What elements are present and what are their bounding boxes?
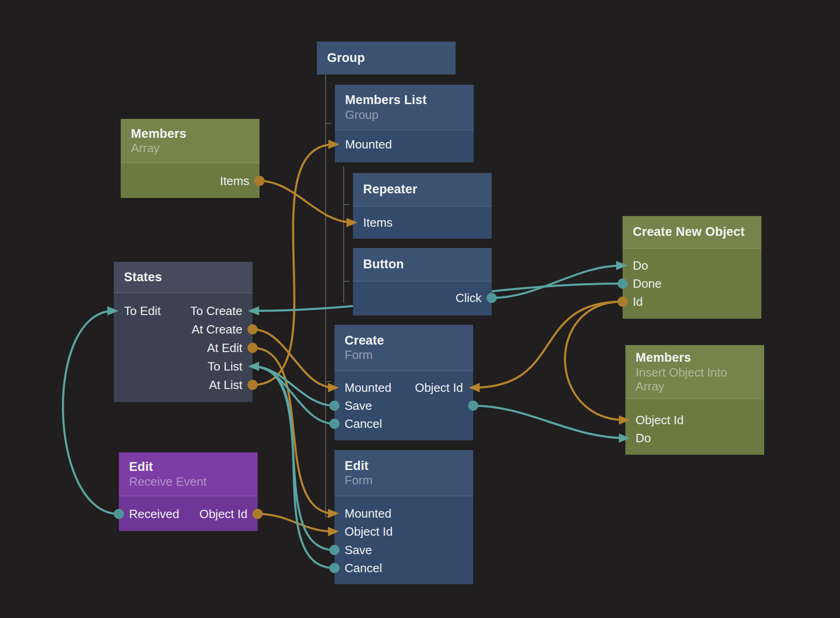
node-header: States [114,262,253,293]
port-mounted[interactable]: Mounted [334,504,473,523]
wire-teal[interactable] [473,406,625,438]
port-label: Click [353,289,492,307]
port-items[interactable]: Items [353,213,492,232]
node-header: Edit Receive Event [119,452,258,496]
node-header: Members Array [121,119,259,163]
port-label: Object Id [119,505,258,523]
node-title: Members [636,350,754,365]
node-states[interactable]: States To Edit To Create At Create At Ed… [114,262,253,402]
wire-orange[interactable] [259,181,353,222]
port-click[interactable]: Click [353,289,492,307]
node-title: Button [363,257,482,272]
port-label: Do [623,256,761,275]
node-members-list[interactable]: Members List Group Mounted [335,85,474,162]
node-header: Create Form [334,325,473,371]
node-repeater[interactable]: Repeater Items [353,173,492,239]
node-subtitle: Insert Object Into Array [636,365,747,393]
port-label: Done [623,274,761,293]
port-cancel[interactable]: Cancel [334,414,473,433]
node-graph-canvas[interactable]: Group Members List Group Mounted Members… [0,0,840,618]
port-label: Object Id [625,411,764,429]
port-at-list[interactable]: At List [114,376,253,394]
node-header: Group [317,42,456,74]
node-group[interactable]: Group [317,42,456,74]
node-header: Repeater [353,173,492,207]
wire-orange[interactable] [565,302,625,420]
node-subtitle: Form [345,473,456,487]
port-do[interactable]: Do [625,429,764,447]
port-to-list[interactable]: To List [114,357,253,376]
node-edit-form[interactable]: Edit Form Mounted Object Id Save Cancel [334,450,473,584]
port-mounted[interactable]: Mounted [335,135,474,154]
port-to-create[interactable]: To Create [114,302,253,320]
node-title: Edit [345,458,463,473]
node-edit-receive[interactable]: Edit Receive Event Received Object Id [119,452,258,531]
port-label: Object Id [334,522,473,541]
port-label: Mounted [334,504,473,523]
port-items[interactable]: Items [121,172,259,190]
node-title: Create [345,333,463,348]
node-header: Button [353,248,492,282]
node-button[interactable]: Button Click [353,248,492,315]
port-label: Do [625,429,764,447]
node-title: Members [131,126,249,141]
port-label: Cancel [334,559,473,577]
port-label: Mounted [335,135,474,154]
node-create-form[interactable]: Create Form Mounted Object Id Save Cance… [334,325,473,440]
port-label: Save [334,541,473,559]
node-title: States [124,270,242,284]
port-object-id[interactable]: Object Id [119,505,258,523]
port-do[interactable]: Do [623,256,761,275]
node-header: Members Insert Object Into Array [625,345,764,399]
port-label: Save [334,396,473,415]
port-label: Cancel [334,414,473,433]
node-create-new-object[interactable]: Create New Object Do Done Id [623,216,761,319]
node-header: Members List Group [335,85,474,130]
port-label: Id [623,292,761,311]
port-done[interactable]: Done [623,274,761,293]
node-title: Members List [345,93,463,107]
wire-teal[interactable] [63,311,119,514]
port-save[interactable]: Save [334,541,473,559]
node-subtitle: Array [131,141,242,155]
port-cancel[interactable]: Cancel [334,559,473,577]
node-members-array[interactable]: Members Array Items [121,119,259,198]
port-label: Items [121,172,259,190]
wire-teal[interactable] [492,266,623,298]
port-label: At Create [114,320,253,339]
node-title: Group [327,50,445,65]
wire-orange[interactable] [253,329,334,388]
wire-orange[interactable] [473,302,623,388]
node-title: Edit [129,459,247,474]
hierarchy-line [344,167,349,303]
port-label: Object Id [334,378,473,397]
port-label: At Edit [114,339,253,357]
port-label: To List [114,357,253,376]
port-label: To Create [114,302,253,320]
port-label: At List [114,376,253,394]
node-header: Create New Object [623,216,761,249]
port-id[interactable]: Id [623,292,761,311]
port-label: Items [353,213,492,232]
wire-teal[interactable] [253,366,334,424]
node-subtitle: Form [345,348,456,362]
node-subtitle: Receive Event [129,475,240,488]
port-object-id[interactable]: Object Id [334,378,473,397]
port-save[interactable]: Save [334,396,473,415]
node-members-insert[interactable]: Members Insert Object Into Array Object … [625,345,764,455]
port-object-id[interactable]: Object Id [625,411,764,429]
node-subtitle: Group [345,108,456,122]
port-at-edit[interactable]: At Edit [114,339,253,357]
port-object-id[interactable]: Object Id [334,522,473,541]
port-at-create[interactable]: At Create [114,320,253,339]
node-title: Create New Object [633,224,751,239]
node-header: Edit Form [334,450,473,496]
node-title: Repeater [363,182,482,197]
